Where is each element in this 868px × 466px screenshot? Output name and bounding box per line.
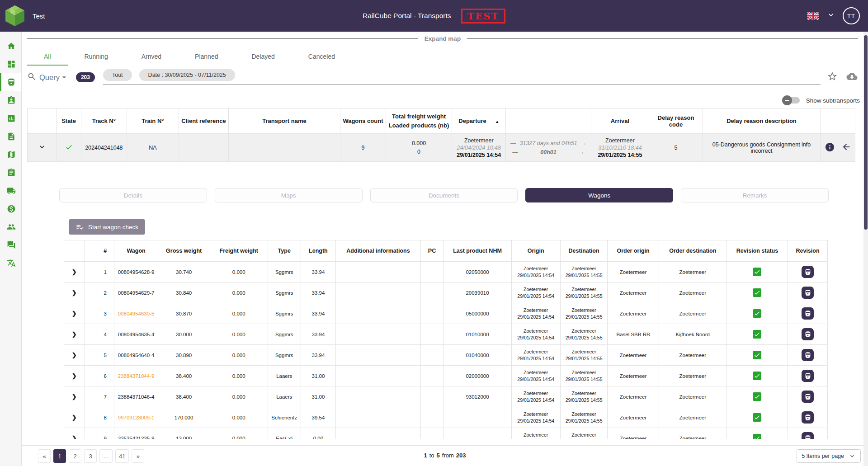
col-delay-reason-description[interactable]: Delay reason description [703,108,821,134]
revision-wagon-button[interactable] [802,287,814,299]
revision-status-checkbox[interactable] [753,309,761,318]
revision-status-checkbox[interactable] [753,434,761,439]
chevron-right-icon[interactable]: ❯ [72,289,77,296]
sidebar-item-users[interactable] [0,218,21,236]
language-chevron-down-icon[interactable] [826,10,835,21]
chevron-right-icon[interactable]: ❯ [72,352,77,358]
favorite-star-icon[interactable] [827,71,838,84]
page-next[interactable]: » [132,449,144,463]
wagon-id[interactable]: 00804954629-7 [114,282,158,303]
wagon-id[interactable]: 00804954640-4 [114,345,158,366]
page-41[interactable]: 41 [115,449,129,463]
wagon-row-expander-cell[interactable]: ❯ [64,428,85,439]
tab-planned[interactable]: Planned [178,49,235,66]
page-ellipsis[interactable]: … [99,449,113,463]
col-total-freight[interactable]: Total freight weight Loaded products (nb… [386,108,452,134]
sidebar-item-statistics[interactable] [0,109,21,127]
tab-canceled[interactable]: Canceled [292,49,352,66]
wagon-id[interactable]: 33535421235-9 [114,428,158,439]
subtab-wagons[interactable]: Wagons [525,188,673,202]
tab-running[interactable]: Running [68,49,125,66]
subtab-maps[interactable]: Maps [215,188,363,202]
wagon-row-expander-cell[interactable]: ❯ [64,262,85,282]
revision-status-checkbox[interactable] [753,372,761,380]
wagon-row-expander-cell[interactable]: ❯ [64,407,85,428]
tab-delayed[interactable]: Delayed [235,49,291,66]
expand-map-divider[interactable]: Expand map [22,35,863,42]
revision-status-checkbox[interactable] [753,288,761,297]
sidebar-item-planning[interactable] [0,164,21,182]
wagon-id[interactable]: 99709123009-1 [114,407,158,428]
wagon-row-expander-cell[interactable]: ❯ [64,386,85,407]
revision-status-checkbox[interactable] [753,392,761,401]
chevron-right-icon[interactable]: ❯ [72,435,77,439]
revision-status-checkbox[interactable] [753,413,761,422]
wagon-row-expander-cell[interactable]: ❯ [64,345,85,366]
transport-expander-cell[interactable] [28,134,57,162]
wagon-row-expander-cell[interactable]: ❯ [64,303,85,324]
page-2[interactable]: 2 [69,449,81,463]
query-input[interactable]: ToutDate : 30/09/2025 - 07/11/2025 [103,68,821,85]
revision-wagon-button[interactable] [802,391,814,403]
col-transport-name[interactable]: Transport name [228,108,340,134]
wagon-id[interactable]: 00804954635-4 [114,324,158,345]
page-3[interactable]: 3 [84,449,97,463]
subtab-remarks[interactable]: Remarks [681,188,829,202]
user-avatar[interactable]: TT [843,7,860,24]
download-cloud-icon[interactable] [846,71,858,84]
transport-row[interactable]: 202404241048 NA 9 0.000 0 Zoetermeer 24/… [28,134,855,162]
revision-wagon-button[interactable] [802,307,814,320]
wagon-id[interactable]: 23884371046-4 [114,386,158,407]
subtab-documents[interactable]: Documents [370,188,518,202]
wagon-id[interactable]: 23884371044-9 [114,366,158,386]
expand-map-label[interactable]: Expand map [425,35,461,42]
sidebar-item-documents[interactable] [0,127,21,146]
scrollbar-thumb[interactable] [864,35,868,230]
sidebar-item-messages[interactable] [0,236,21,254]
revision-wagon-button[interactable] [802,432,814,439]
col-departure[interactable]: Departure ▲ [452,108,506,134]
subtab-details[interactable]: Details [59,188,207,202]
chevron-right-icon[interactable]: ❯ [72,268,77,275]
wagon-row-expander-cell[interactable]: ❯ [64,282,85,303]
sidebar-item-language[interactable] [0,254,21,272]
sidebar-item-dashboard[interactable] [0,55,21,73]
page-prev[interactable]: « [38,449,51,463]
sidebar-item-map[interactable] [0,146,21,164]
query-dropdown-caret-icon[interactable] [60,71,69,84]
chevron-right-icon[interactable]: ❯ [72,372,77,379]
tab-arrived[interactable]: Arrived [125,49,178,66]
col-delay-reason-code[interactable]: Delay reason code [649,108,703,134]
chevron-down-icon[interactable] [38,146,47,153]
filter-chip[interactable]: Date : 30/09/2025 - 07/11/2025 [139,69,235,81]
sidebar-item-fleet[interactable] [0,182,21,200]
col-arrival[interactable]: Arrival [591,108,649,134]
items-per-page-select[interactable]: 5 Items per page [797,449,861,463]
wagon-row-expander-cell[interactable]: ❯ [64,366,85,386]
wagon-row-expander-cell[interactable]: ❯ [64,324,85,345]
query-label[interactable]: Query [39,73,60,82]
uk-flag-icon[interactable] [807,12,819,20]
chevron-right-icon[interactable]: ❯ [72,331,77,338]
collapse-arrow-left-icon[interactable] [841,142,851,153]
page-1[interactable]: 1 [53,449,66,463]
col-train-no[interactable]: Train N° [127,108,179,134]
chevron-right-icon[interactable]: ❯ [72,393,77,400]
vertical-scrollbar[interactable] [863,32,868,466]
start-wagon-check-button[interactable]: Start wagon check [69,219,145,235]
col-wagons-count[interactable]: Wagons count [340,108,386,134]
sidebar-item-clients[interactable] [0,91,21,109]
toggle-knob[interactable] [782,95,792,105]
revision-wagon-button[interactable] [802,349,814,361]
sort-asc-icon[interactable]: ▲ [495,119,499,124]
revision-wagon-button[interactable] [802,370,814,382]
revision-status-checkbox[interactable] [753,268,761,276]
revision-wagon-button[interactable] [802,411,814,424]
filter-chip[interactable]: Tout [103,69,132,81]
col-track-no[interactable]: Track N° [81,108,127,134]
chevron-right-icon[interactable]: ❯ [72,310,77,317]
revision-wagon-button[interactable] [802,328,814,340]
wagon-id[interactable]: 00804954628-9 [114,262,158,282]
sidebar-item-transports[interactable] [0,73,21,91]
col-client-reference[interactable]: Client reference [179,108,229,134]
